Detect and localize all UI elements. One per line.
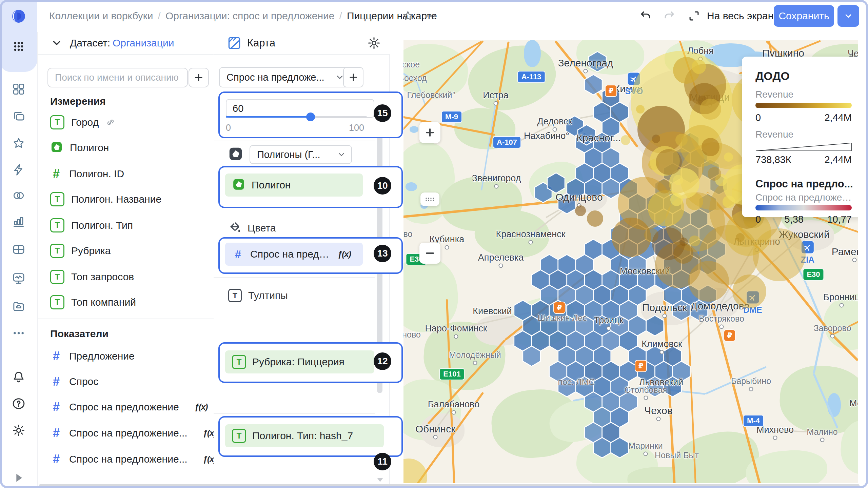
measure-item[interactable]: #Предложение (50, 345, 135, 367)
collapse-panel-icon[interactable] (11, 470, 26, 485)
more-menu-icon[interactable] (424, 9, 437, 23)
colors-section-title: Цвета (248, 222, 276, 234)
zoom-out-button[interactable] (419, 243, 440, 264)
dimension-item[interactable]: TТоп запросов (50, 266, 134, 288)
dimensions-title: Измерения (50, 96, 106, 107)
town-dot (852, 258, 857, 262)
rail-item-more[interactable] (11, 326, 26, 341)
legend-title: ДОДО (755, 69, 790, 83)
colors-field-chip[interactable]: # Спрос на предл... ƒ(x) (225, 243, 363, 266)
dimension-item[interactable]: TПолигон. Тип (50, 214, 133, 237)
field-label: Спрос на предложение... (69, 427, 188, 439)
rail-item-settings[interactable] (11, 423, 26, 438)
field-label: Город (71, 117, 99, 128)
dimension-item[interactable]: TПолигон. Название (50, 188, 161, 210)
rail-item-tables[interactable] (11, 242, 26, 257)
link-icon (105, 117, 116, 127)
horizontal-scrollbar[interactable] (39, 484, 860, 487)
redo-icon[interactable] (663, 9, 676, 22)
legend-scale-max: 10,77 (827, 214, 852, 225)
datalens-logo[interactable] (11, 9, 26, 24)
geopolygon-field-chip[interactable]: Полигон (225, 174, 363, 197)
dataset-name-link[interactable]: Организации (113, 37, 174, 49)
map-label: Климовск (642, 339, 682, 349)
rail-item-monitoring[interactable] (11, 271, 26, 286)
town-dot (840, 303, 844, 308)
measure-item[interactable]: #Спрос на предложение...ƒ(x) (50, 448, 216, 470)
favorite-star-icon[interactable] (402, 10, 414, 22)
rail-item-editor[interactable] (11, 162, 26, 177)
rail-item-charts[interactable] (11, 214, 26, 229)
filter-chip[interactable]: T Полигон. Тип: hash_7 (225, 424, 384, 447)
measure-item[interactable]: #Спрос (50, 370, 98, 393)
map-label: Новый Быт (655, 450, 699, 460)
slider-min-label: 0 (226, 123, 231, 133)
map-area: ДОДО Revenue 0 2,44M Revenue 738,83К 2,4… (390, 32, 868, 488)
map-label: ово (403, 229, 412, 239)
legend-size-label: Revenue (755, 129, 793, 140)
slider-thumb[interactable] (306, 113, 315, 121)
road-badge: Е30 (803, 268, 824, 281)
colors-section-header: Цвета (228, 221, 276, 236)
layer-filter-chip[interactable]: T Рубрика: Пиццерия (225, 350, 374, 373)
add-field-button[interactable] (189, 68, 209, 87)
breadcrumb-item[interactable]: Пиццерии на карте (347, 10, 437, 22)
fullscreen-icon[interactable] (688, 9, 701, 22)
revenue-bubble (657, 180, 671, 194)
legend-scale-min: 0 (755, 214, 761, 225)
dimension-item[interactable]: #Полигон. ID (50, 163, 124, 185)
dimension-item[interactable]: TРубрика (50, 240, 111, 262)
save-button[interactable]: Сохранить (774, 5, 834, 27)
map-canvas[interactable]: ДОДО Revenue 0 2,44M Revenue 738,83К 2,4… (403, 40, 858, 483)
revenue-bubble (656, 149, 682, 175)
add-layer-button[interactable] (343, 67, 363, 87)
rail-item-favorites[interactable] (11, 136, 26, 151)
number-field-icon: # (50, 426, 62, 440)
revenue-bubble (689, 236, 700, 246)
fullscreen-button[interactable]: На весь экран (707, 10, 773, 22)
chart-settings-gear-icon[interactable] (367, 36, 381, 50)
opacity-slider[interactable] (226, 116, 367, 118)
dimension-item[interactable]: TТоп компаний (50, 291, 136, 313)
undo-icon[interactable] (639, 9, 652, 22)
chart-title: Карта (247, 37, 275, 49)
app-window: Коллекции и воркбуки/Организации: спрос … (0, 0, 868, 488)
town-dot (584, 69, 588, 74)
rail-item-help[interactable] (11, 396, 26, 411)
chip-label: Полигон. Тип: hash_7 (252, 430, 353, 442)
map-label: Обнинск (415, 423, 456, 435)
geolayer-select[interactable]: Полигоны (Г... (250, 145, 352, 164)
opacity-value-field[interactable]: 60 (226, 99, 374, 118)
layer-select[interactable]: Спрос на предложе... (219, 67, 351, 87)
tooltips-icon: T (228, 289, 242, 302)
save-dropdown-button[interactable] (837, 5, 859, 27)
search-input[interactable]: Поиск по имени и описанию (47, 68, 188, 87)
scroll-down-icon[interactable] (377, 478, 383, 482)
formula-icon: ƒ(x) (195, 402, 208, 412)
rail-item-connections[interactable] (11, 188, 26, 203)
number-field-icon: # (232, 248, 244, 261)
road-badge: А-107 (493, 136, 521, 148)
measure-item[interactable]: #Спрос на предложениеƒ(x) (50, 396, 208, 418)
rail-item-storage[interactable] (11, 299, 26, 314)
ruler-button[interactable] (420, 192, 439, 206)
tooltips-section-header: T Тултипы (228, 288, 288, 303)
zoom-in-button[interactable] (419, 122, 440, 143)
dimension-item[interactable]: TГород (50, 111, 116, 134)
dimension-item[interactable]: Полигон (50, 137, 109, 159)
map-label: Востряково (699, 314, 744, 324)
apps-grid-icon[interactable] (11, 39, 26, 54)
breadcrumb-item[interactable]: Организации: спрос и предложение (165, 10, 335, 22)
dataset-panel: Поиск по имени и описанию Измерения TГор… (37, 32, 214, 488)
town-dot (773, 436, 777, 440)
revenue-bubble (688, 261, 729, 302)
measure-item[interactable]: #Спрос на предложение...ƒ(x) (50, 422, 216, 444)
dataset-collapse-chevron-icon[interactable] (51, 37, 62, 49)
rail-item-notifications[interactable] (11, 370, 26, 385)
rail-item-dashboards[interactable] (11, 82, 26, 97)
paint-bucket-icon (228, 221, 241, 236)
breadcrumb-item[interactable]: Коллекции и воркбуки (49, 10, 153, 22)
map-label: Троицк (594, 315, 623, 326)
rail-item-collections[interactable] (11, 109, 26, 124)
map-label: Столбовая (625, 385, 667, 395)
